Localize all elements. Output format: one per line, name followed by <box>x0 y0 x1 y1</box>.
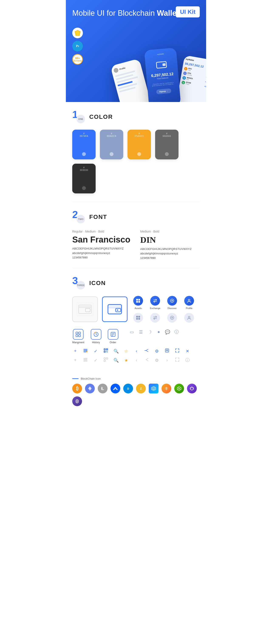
comment-icon: ▭ <box>129 330 135 334</box>
star-filled-icon: ★ <box>123 358 129 363</box>
purple-coin-icon <box>72 396 82 406</box>
exchange-outline-icon <box>150 313 160 323</box>
svg-rect-54 <box>106 351 107 352</box>
section-number-1: 1 ONE <box>72 110 85 123</box>
stack-icon: ☰ <box>138 330 144 334</box>
svg-rect-10 <box>86 308 90 312</box>
svg-rect-9 <box>78 306 92 308</box>
svg-rect-33 <box>76 332 78 334</box>
svg-rect-15 <box>108 304 122 314</box>
star-icon[interactable]: ☆ <box>123 348 129 354</box>
font-sf-lower: abcdefghijklmnopqrstuvwxyz <box>72 252 132 254</box>
svg-rect-28 <box>136 318 138 320</box>
ark-icon <box>162 384 171 394</box>
svg-rect-20 <box>138 299 140 300</box>
profile-nav-item: Profile <box>183 296 196 310</box>
svg-rect-64 <box>104 360 106 362</box>
svg-point-31 <box>172 317 173 318</box>
expand-icon[interactable] <box>174 348 180 354</box>
font-din-lower: abcdefghijklmnopqrstuvwxyz <box>140 252 200 255</box>
photoshop-icon: Ps <box>72 41 83 52</box>
share-icon[interactable] <box>144 348 150 354</box>
order-label: Order <box>110 341 116 344</box>
svg-rect-45 <box>84 350 87 351</box>
mgmt-icons-row: Mangment History <box>72 329 200 344</box>
plus-icon[interactable]: + <box>72 348 78 354</box>
font-section: 2 TWO FONT Regular · Medium · Bold San F… <box>66 202 206 268</box>
svg-rect-60 <box>84 360 87 360</box>
icon-title: ICON <box>89 280 106 286</box>
icon-section: 3 THREE ICON <box>66 268 206 375</box>
check-icon[interactable]: ✓ <box>93 348 98 354</box>
info-gray-icon: ⓘ <box>184 357 190 363</box>
btc-icon: ₿ <box>72 384 82 394</box>
icon-section-header: 3 THREE ICON <box>72 277 200 290</box>
search-icon[interactable]: 🔍 <box>113 348 119 354</box>
blockchain-label-row: BlockChain Icon <box>72 377 200 380</box>
search-gray-icon: 🔍 <box>113 358 119 363</box>
icon-top-row: Assets Exchange Discover <box>72 296 200 323</box>
font-sf-name: San Francisco <box>72 235 132 244</box>
chat-icon: 💬 <box>165 330 171 334</box>
color-swatches: #3574FA #8DA0C8 #F5A623 #666666 #303030 <box>72 130 200 194</box>
ui-kit-badge: UI Kit <box>176 6 200 18</box>
svg-point-25 <box>188 299 190 301</box>
section-number-3: 3 THREE <box>72 277 85 290</box>
font-din-numbers: 1234567890 <box>140 256 200 260</box>
forward-gray-icon: › <box>164 358 170 362</box>
font-din-style: Medium · Bold <box>140 230 200 233</box>
discover-outline-item <box>166 313 178 323</box>
svg-marker-74 <box>153 388 154 390</box>
svg-rect-57 <box>107 352 108 352</box>
font-din-name: DIN <box>140 235 200 245</box>
svg-rect-21 <box>136 301 138 303</box>
color-title: COLOR <box>89 114 113 120</box>
order-icon-item: Order <box>108 329 118 344</box>
svg-rect-49 <box>104 349 105 350</box>
zcash-icon: Z <box>136 384 146 394</box>
back-icon[interactable]: ‹ <box>134 348 140 354</box>
font-sf-style: Regular · Medium · Bold <box>72 230 132 233</box>
svg-rect-62 <box>104 358 106 359</box>
nav-icons-outline <box>132 313 196 323</box>
assets-outline-item <box>132 313 144 323</box>
exchange-label: Exchange <box>150 307 160 310</box>
svg-rect-59 <box>84 358 87 359</box>
section-number-2: 2 TWO <box>72 211 85 224</box>
history-icon <box>91 329 101 340</box>
crypto-icons-row: ₿ Ł D Z <box>72 384 200 406</box>
blockchain-label: BlockChain Icon <box>81 377 101 380</box>
font-din: Medium · Bold DIN ABCDEFGHIJKLMNOPQRSTUV… <box>140 230 200 260</box>
expand-gray-icon <box>174 357 180 363</box>
discover-icon <box>167 296 177 306</box>
action-icons-row-2: + ✓ 🔍 ★ ‹ ⚙ › ⓘ <box>72 357 200 363</box>
plus-gray-icon: + <box>72 358 78 362</box>
svg-rect-34 <box>78 332 80 334</box>
discover-outline-icon <box>167 313 177 323</box>
profile-icon <box>184 296 194 306</box>
svg-rect-29 <box>138 318 140 320</box>
management-icon <box>73 329 84 340</box>
back-gray-icon: ‹ <box>134 358 140 362</box>
list-gray-icon <box>82 357 88 363</box>
wallet-solid-icon <box>102 296 128 322</box>
svg-text:D: D <box>127 387 129 390</box>
svg-rect-63 <box>106 358 108 359</box>
assets-nav-item: Assets <box>132 296 144 310</box>
list-icon[interactable] <box>82 348 88 354</box>
settings-icon[interactable]: ⚙ <box>154 348 160 354</box>
close-icon[interactable]: ✕ <box>184 348 190 354</box>
discover-label: Discover <box>168 307 177 310</box>
color-swatch-blue: #3574FA <box>72 130 96 160</box>
qr-gray-icon <box>103 357 109 363</box>
info-icon: ⓘ <box>174 329 180 335</box>
svg-rect-22 <box>138 301 140 303</box>
svg-rect-36 <box>78 335 80 337</box>
nav-icons-filled: Assets Exchange Discover <box>132 296 196 310</box>
blockchain-label-line <box>72 378 78 379</box>
hero-section: Mobile UI for Blockchain Wallet UI Kit P… <box>66 0 206 102</box>
color-swatch-gray: #666666 <box>155 130 178 160</box>
upload-icon[interactable] <box>164 348 170 354</box>
qr-icon[interactable] <box>103 348 109 354</box>
eth-icon <box>85 384 95 394</box>
